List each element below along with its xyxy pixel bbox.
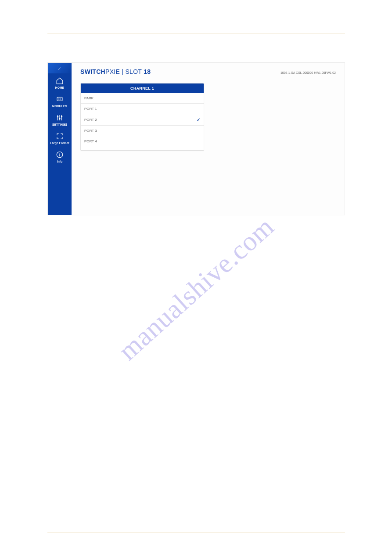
title-sep: | bbox=[120, 68, 125, 75]
modules-icon bbox=[55, 95, 65, 103]
watermark-text: manualshive.com bbox=[112, 211, 280, 366]
main-content: SWITCHPXIE | SLOT 18 1003-1-SA CSL-00000… bbox=[72, 63, 345, 215]
page-header: SWITCHPXIE | SLOT 18 1003-1-SA CSL-00000… bbox=[80, 68, 336, 75]
sliders-icon bbox=[55, 114, 65, 122]
channel-row-park[interactable]: PARK bbox=[81, 93, 204, 104]
device-meta: 1003-1-SA CSL-000000 HW1.00FW1.02 bbox=[281, 71, 336, 74]
brand-logo: ⟋ bbox=[48, 63, 72, 73]
svg-point-2 bbox=[59, 118, 61, 120]
channel-row-port2[interactable]: PORT 2 ✓ bbox=[81, 114, 204, 126]
app-window: ⟋ HOME MODULES SETTINGS bbox=[47, 62, 345, 215]
row-label: PORT 2 bbox=[84, 118, 97, 122]
home-icon bbox=[55, 77, 65, 85]
channel-row-port3[interactable]: PORT 3 bbox=[81, 126, 204, 136]
title-slot-label: SLOT bbox=[125, 68, 144, 75]
top-divider bbox=[47, 33, 345, 33]
channel-panel: CHANNEL 1 PARK PORT 1 PORT 2 ✓ PORT 3 PO… bbox=[80, 83, 204, 151]
nav-large-format[interactable]: Large Format bbox=[48, 129, 72, 147]
nav-modules[interactable]: MODULES bbox=[48, 92, 72, 110]
svg-point-1 bbox=[57, 116, 58, 117]
channel-row-port1[interactable]: PORT 1 bbox=[81, 104, 204, 114]
row-label: PORT 3 bbox=[84, 129, 97, 133]
title-slot-num: 18 bbox=[144, 68, 151, 75]
title-product: SWITCH bbox=[80, 68, 105, 75]
bottom-divider bbox=[47, 533, 345, 533]
expand-icon bbox=[55, 132, 65, 140]
row-label: PORT 4 bbox=[84, 139, 97, 143]
page-title: SWITCHPXIE | SLOT 18 bbox=[80, 68, 151, 75]
row-label: PARK bbox=[84, 96, 94, 100]
sidebar: ⟋ HOME MODULES SETTINGS bbox=[48, 63, 72, 215]
nav-info[interactable]: Info bbox=[48, 147, 72, 166]
nav-home[interactable]: HOME bbox=[48, 73, 72, 92]
nav-home-label: HOME bbox=[55, 86, 64, 89]
nav-info-label: Info bbox=[57, 160, 63, 163]
nav-settings-label: SETTINGS bbox=[52, 123, 67, 126]
row-label: PORT 1 bbox=[84, 107, 97, 111]
channel-row-port4[interactable]: PORT 4 bbox=[81, 136, 204, 150]
nav-large-format-label: Large Format bbox=[50, 141, 69, 145]
check-icon: ✓ bbox=[197, 117, 200, 122]
nav-settings[interactable]: SETTINGS bbox=[48, 110, 72, 129]
info-icon bbox=[55, 151, 65, 159]
title-model: PXIE bbox=[105, 68, 120, 75]
channel-panel-header: CHANNEL 1 bbox=[81, 83, 204, 93]
logo-mark: ⟋ bbox=[58, 66, 62, 71]
nav-modules-label: MODULES bbox=[52, 105, 67, 108]
svg-rect-0 bbox=[57, 97, 62, 101]
svg-point-3 bbox=[61, 116, 62, 117]
